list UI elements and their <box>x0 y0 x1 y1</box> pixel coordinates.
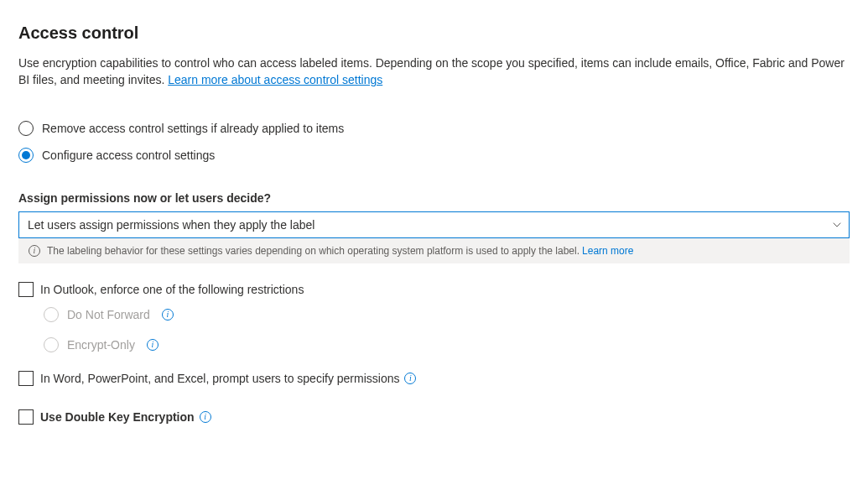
do-not-forward-label: Do Not Forward <box>67 308 150 321</box>
office-permissions-checkbox[interactable]: In Word, PowerPoint, and Excel, prompt u… <box>18 371 850 386</box>
radio-icon <box>18 121 34 136</box>
permissions-label: Assign permissions now or let users deci… <box>18 191 850 205</box>
configure-access-control-radio[interactable]: Configure access control settings <box>18 148 850 163</box>
double-key-encryption-label: Use Double Key Encryption <box>40 410 195 424</box>
info-banner-learn-more-link[interactable]: Learn more <box>582 245 633 257</box>
page-description: Use encryption capabilities to control w… <box>18 55 850 89</box>
permissions-select[interactable]: Let users assign permissions when they a… <box>18 211 850 238</box>
access-control-mode-radio-group: Remove access control settings if alread… <box>18 121 850 163</box>
configure-access-control-label: Configure access control settings <box>42 149 215 162</box>
chevron-down-icon <box>832 220 842 230</box>
outlook-restrictions-label: In Outlook, enforce one of the following… <box>40 283 304 296</box>
remove-access-control-label: Remove access control settings if alread… <box>42 122 344 135</box>
do-not-forward-radio: Do Not Forward i <box>44 307 850 322</box>
encrypt-only-label: Encrypt-Only <box>67 338 135 352</box>
learn-more-link[interactable]: Learn more about access control settings <box>168 73 382 86</box>
radio-icon <box>44 307 59 322</box>
info-banner: i The labeling behavior for these settin… <box>18 238 850 263</box>
outlook-restrictions-checkbox[interactable]: In Outlook, enforce one of the following… <box>18 282 850 297</box>
double-key-encryption-checkbox[interactable]: Use Double Key Encryption i <box>18 409 850 425</box>
checkbox-icon <box>18 282 34 297</box>
checkbox-icon <box>18 409 34 425</box>
encrypt-only-radio: Encrypt-Only i <box>44 337 850 352</box>
outlook-restriction-options: Do Not Forward i Encrypt-Only i <box>44 307 850 352</box>
permissions-selected-value: Let users assign permissions when they a… <box>28 218 314 232</box>
radio-icon <box>18 148 34 163</box>
double-key-encryption-info-icon[interactable]: i <box>200 411 211 423</box>
page-title: Access control <box>18 23 850 43</box>
office-permissions-info-icon[interactable]: i <box>404 373 416 384</box>
encrypt-only-info-icon[interactable]: i <box>147 339 159 351</box>
do-not-forward-info-icon[interactable]: i <box>162 309 174 321</box>
office-permissions-label: In Word, PowerPoint, and Excel, prompt u… <box>40 372 399 385</box>
description-text: Use encryption capabilities to control w… <box>18 56 845 86</box>
info-icon: i <box>29 245 40 257</box>
checkbox-icon <box>18 371 34 386</box>
radio-icon <box>44 337 59 352</box>
remove-access-control-radio[interactable]: Remove access control settings if alread… <box>18 121 850 136</box>
info-banner-text: The labeling behavior for these settings… <box>47 245 580 257</box>
